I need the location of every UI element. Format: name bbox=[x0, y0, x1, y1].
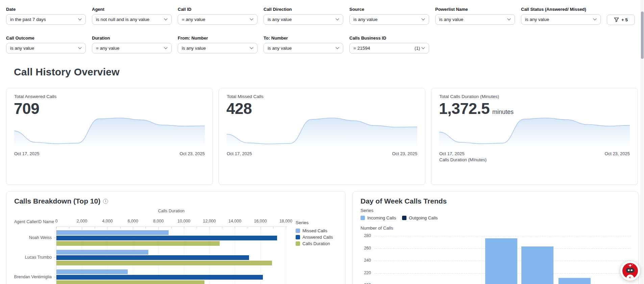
kpi-card: Total Calls Duration (Minutes)1,372.5min… bbox=[431, 88, 638, 185]
filter-from-number: From: Numberis any value bbox=[178, 36, 257, 53]
date-start: Oct 17, 2025 bbox=[227, 151, 252, 156]
funnel-icon bbox=[614, 17, 619, 22]
filter-call-id: Call ID= any value bbox=[178, 7, 257, 25]
filter-dropdown-call-outcome[interactable]: is any value bbox=[6, 43, 86, 53]
y-axis-tick bbox=[54, 257, 56, 258]
filter-call-direction: Call Directionis any value bbox=[264, 7, 343, 25]
bar-calls-duration bbox=[56, 280, 204, 284]
filter-date: Datein the past 7 days bbox=[6, 7, 86, 25]
kpi-card: Total Answered Calls709Oct 17, 2025Oct 2… bbox=[6, 88, 213, 185]
kpi-value-suffix: minutes bbox=[492, 109, 514, 116]
filter-count-badge: (1) bbox=[415, 46, 420, 51]
scrollbar-thumb[interactable] bbox=[641, 11, 644, 59]
kpi-sparkline bbox=[227, 115, 417, 148]
filter-row-1: Datein the past 7 daysAgentis not null a… bbox=[6, 7, 635, 25]
filter-dropdown-date[interactable]: in the past 7 days bbox=[6, 14, 86, 25]
x-tick-label: 16,000 bbox=[249, 219, 272, 223]
x-tick-label: 14,000 bbox=[223, 219, 247, 223]
kpi-value-row: 709 bbox=[14, 99, 39, 118]
y-tick-label: 260 bbox=[360, 246, 371, 251]
kpi-sparkline bbox=[439, 115, 630, 148]
filter-dropdown-source[interactable]: is any value bbox=[349, 14, 429, 25]
agent-label: Brendan Ventimiglia bbox=[7, 275, 52, 279]
kpi-card: Total Missed Calls428Oct 17, 2025Oct 23,… bbox=[219, 88, 425, 185]
x-tick-label: 8,000 bbox=[147, 219, 170, 223]
chevron-down-icon bbox=[164, 18, 168, 21]
x-tick-label: 12,000 bbox=[198, 219, 221, 223]
chevron-down-icon bbox=[336, 18, 339, 21]
x-axis-line bbox=[56, 227, 287, 227]
kpi-row: Total Answered Calls709Oct 17, 2025Oct 2… bbox=[6, 88, 638, 185]
x-tick-label: 2,000 bbox=[70, 219, 94, 223]
more-filters-button[interactable]: + 5 bbox=[607, 15, 635, 25]
filter-value: is any value bbox=[353, 17, 421, 22]
filter-call-outcome: Call Outcomeis any value bbox=[6, 36, 86, 53]
bar-missed-calls bbox=[56, 250, 148, 255]
y-tick-label: 220 bbox=[360, 270, 371, 275]
bar-calls-duration bbox=[56, 261, 272, 265]
filter-label: Call Direction bbox=[264, 7, 343, 12]
y-tick-label: 280 bbox=[360, 233, 371, 238]
bar-missed-calls bbox=[56, 230, 169, 235]
assistant-chat-button[interactable]: K bbox=[620, 261, 640, 281]
bar-calls-duration bbox=[56, 241, 220, 246]
kpi-value-row: 1,372.5minutes bbox=[439, 99, 514, 118]
filter-value: is any value bbox=[268, 46, 336, 51]
filter-dropdown-agent[interactable]: is not null and is any value bbox=[92, 14, 172, 25]
kpi-label: Total Answered Calls bbox=[14, 94, 56, 99]
filter-value: in the past 7 days bbox=[10, 17, 78, 22]
gridline bbox=[286, 227, 286, 284]
date-end: Oct 23, 2025 bbox=[392, 151, 417, 156]
bar-incoming-calls bbox=[485, 238, 517, 284]
filter-dropdown-calls-business-id[interactable]: = 21594(1) bbox=[349, 43, 429, 53]
agent-label: Noah Weiss bbox=[7, 235, 52, 240]
y-axis-tick bbox=[54, 238, 56, 238]
filter-dropdown-call-direction[interactable]: is any value bbox=[264, 14, 343, 25]
filter-label: Call Outcome bbox=[6, 36, 86, 41]
chevron-down-icon bbox=[164, 47, 168, 49]
filter-dropdown-duration[interactable]: = any value bbox=[92, 43, 172, 53]
filter-call-status-answered-missed: Call Status (Answered/ Missed)is any val… bbox=[521, 7, 601, 25]
date-start: Oct 17, 2025 bbox=[439, 151, 464, 156]
filter-value: is any value bbox=[525, 17, 593, 22]
day-of-week-plot: 280260240220200 bbox=[353, 192, 638, 284]
filter-dropdown-to-number[interactable]: is any value bbox=[264, 43, 343, 53]
filter-to-number: To: Numberis any value bbox=[264, 36, 343, 53]
scrollbar-track[interactable] bbox=[641, 0, 644, 284]
kpi-value: 1,372.5 bbox=[439, 99, 490, 118]
x-tick-label: 4,000 bbox=[96, 219, 119, 223]
svg-text:K: K bbox=[629, 276, 631, 279]
x-tick-label: 0 bbox=[45, 219, 68, 223]
filter-label: Date bbox=[6, 7, 86, 12]
filter-dropdown-powerlist-name[interactable]: is any value bbox=[435, 14, 515, 25]
kpi-value-row: 428 bbox=[226, 99, 252, 118]
filter-label: Duration bbox=[92, 36, 172, 41]
filter-row-2: Call Outcomeis any valueDuration= any va… bbox=[6, 36, 429, 53]
chevron-down-icon bbox=[593, 18, 597, 21]
kpi-value: 709 bbox=[14, 99, 39, 118]
filter-dropdown-call-id[interactable]: = any value bbox=[178, 14, 257, 25]
day-of-week-card: Day of Week Calls Trends Series Incoming… bbox=[352, 191, 639, 284]
robot-icon: K bbox=[620, 261, 640, 281]
bar-incoming-calls bbox=[521, 246, 553, 284]
calls-breakdown-plot: 02,0004,0006,0008,00010,00012,00014,0001… bbox=[6, 192, 345, 284]
filter-powerlist-name: Powerlist Nameis any value bbox=[435, 7, 515, 25]
filter-dropdown-from-number[interactable]: is any value bbox=[178, 43, 257, 53]
chevron-down-icon bbox=[250, 18, 253, 21]
date-end: Oct 23, 2025 bbox=[180, 151, 205, 156]
kpi-date-range: Oct 17, 2025Oct 23, 2025 bbox=[227, 151, 417, 156]
chevron-down-icon bbox=[78, 47, 82, 49]
filter-label: From: Number bbox=[178, 36, 257, 41]
bar-answered-calls bbox=[56, 275, 263, 280]
dashboard: Datein the past 7 daysAgentis not null a… bbox=[0, 0, 644, 284]
bar-missed-calls bbox=[56, 269, 128, 274]
chevron-down-icon bbox=[507, 18, 511, 21]
kpi-date-range: Oct 17, 2025Oct 23, 2025 bbox=[14, 151, 205, 156]
filter-dropdown-call-status-answered-missed[interactable]: is any value bbox=[521, 14, 601, 25]
y-tick-label: 200 bbox=[360, 283, 371, 284]
bar-answered-calls bbox=[56, 236, 277, 240]
gridline bbox=[374, 236, 631, 236]
page-title: Call History Overview bbox=[14, 66, 120, 78]
kpi-value: 428 bbox=[226, 99, 252, 118]
chevron-down-icon bbox=[250, 47, 253, 49]
